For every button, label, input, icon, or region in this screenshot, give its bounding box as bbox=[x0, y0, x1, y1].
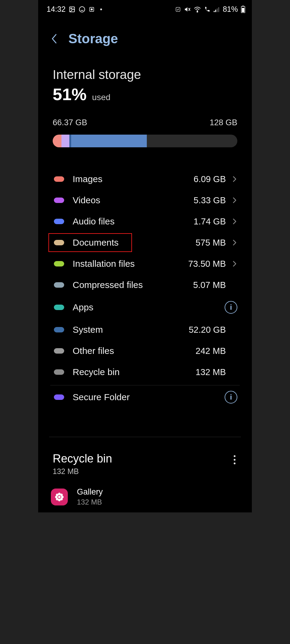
category-row-apps[interactable]: Appsi bbox=[50, 296, 240, 319]
svg-point-8 bbox=[197, 11, 198, 12]
category-row-secure[interactable]: Secure Folderi bbox=[50, 385, 240, 409]
total-amount: 128 GB bbox=[209, 118, 237, 127]
recycle-bin-section: Recycle bin 132 MB bbox=[38, 437, 252, 476]
overview-section: Internal storage 51% used 66.37 GB 128 G… bbox=[38, 49, 252, 147]
color-pill bbox=[54, 240, 64, 245]
category-row-compressed[interactable]: Compressed files5.07 MB bbox=[50, 274, 240, 296]
svg-rect-12 bbox=[218, 7, 219, 12]
category-row-images[interactable]: Images6.09 GB bbox=[50, 168, 240, 190]
progress-segment bbox=[71, 135, 147, 147]
whatsapp-icon bbox=[78, 6, 86, 13]
item-name: Gallery bbox=[77, 487, 103, 497]
usage-label: used bbox=[92, 93, 110, 102]
category-label: System bbox=[73, 325, 189, 335]
back-button[interactable] bbox=[50, 33, 58, 45]
progress-segment bbox=[53, 135, 61, 147]
svg-point-1 bbox=[71, 8, 72, 9]
app-icon bbox=[89, 6, 95, 12]
color-pill bbox=[54, 282, 64, 288]
battery-icon bbox=[241, 6, 245, 13]
svg-rect-5 bbox=[176, 7, 180, 11]
color-pill bbox=[54, 261, 64, 266]
category-label: Apps bbox=[73, 302, 225, 312]
color-pill bbox=[54, 219, 64, 224]
image-icon bbox=[69, 6, 75, 13]
category-size: 575 MB bbox=[196, 238, 226, 248]
wifi-icon bbox=[194, 6, 201, 12]
category-row-recycle[interactable]: Recycle bin132 MB bbox=[50, 361, 240, 383]
chevron-right-icon bbox=[232, 260, 237, 267]
used-amount: 66.37 GB bbox=[53, 118, 87, 127]
chevron-left-icon bbox=[50, 33, 58, 45]
category-row-audio[interactable]: Audio files1.74 GB bbox=[50, 211, 240, 232]
device-frame: 14:32 81% Storage Internal storage 51% u… bbox=[38, 0, 252, 512]
battery-percent: 81% bbox=[223, 5, 238, 14]
category-size: 52.20 GB bbox=[189, 325, 226, 335]
color-pill bbox=[54, 394, 64, 400]
chevron-right-icon bbox=[232, 218, 237, 225]
color-pill bbox=[54, 198, 64, 203]
color-pill bbox=[54, 176, 64, 182]
category-row-documents[interactable]: Documents575 MB bbox=[50, 232, 240, 253]
usage-row: 51% used bbox=[53, 84, 237, 104]
chevron-right-icon bbox=[232, 197, 237, 204]
category-label: Videos bbox=[73, 195, 194, 205]
svg-rect-9 bbox=[214, 11, 215, 12]
progress-segment bbox=[61, 135, 69, 147]
usage-percent: 51% bbox=[53, 84, 87, 104]
category-label: Secure Folder bbox=[73, 392, 225, 402]
category-label: Documents bbox=[73, 237, 196, 248]
category-size: 242 MB bbox=[196, 346, 226, 356]
svg-point-24 bbox=[60, 498, 63, 500]
category-size: 5.07 MB bbox=[193, 280, 226, 290]
svg-point-22 bbox=[60, 493, 63, 496]
recycle-bin-size: 132 MB bbox=[53, 467, 112, 476]
category-label: Recycle bin bbox=[73, 367, 196, 377]
category-label: Compressed files bbox=[73, 280, 193, 290]
category-label: Installation files bbox=[73, 259, 188, 269]
recycle-bin-header: Recycle bin 132 MB bbox=[53, 452, 112, 476]
category-row-install[interactable]: Installation files73.50 MB bbox=[50, 253, 240, 274]
svg-point-23 bbox=[56, 498, 59, 500]
recycle-bin-item[interactable]: Gallery132 MB bbox=[38, 476, 252, 512]
sync-icon bbox=[175, 6, 181, 12]
svg-point-2 bbox=[79, 7, 85, 12]
more-options-button[interactable] bbox=[232, 452, 237, 467]
category-list: Images6.09 GBVideos5.33 GBAudio files1.7… bbox=[38, 168, 252, 383]
page-title: Storage bbox=[68, 31, 118, 46]
svg-rect-15 bbox=[242, 8, 244, 12]
info-icon[interactable]: i bbox=[225, 391, 237, 404]
info-icon[interactable]: i bbox=[225, 301, 237, 314]
volte-icon bbox=[204, 6, 211, 13]
overview-title: Internal storage bbox=[53, 67, 237, 82]
svg-point-4 bbox=[91, 8, 92, 10]
color-pill bbox=[54, 369, 64, 375]
category-label: Audio files bbox=[73, 216, 194, 227]
svg-rect-10 bbox=[215, 10, 216, 12]
secure-folder-section: Secure Folderi bbox=[38, 385, 252, 409]
svg-point-16 bbox=[58, 495, 61, 498]
color-pill bbox=[54, 348, 64, 354]
category-label: Images bbox=[73, 174, 194, 184]
gallery-icon bbox=[51, 489, 68, 505]
category-size: 132 MB bbox=[196, 367, 226, 377]
category-row-other[interactable]: Other files242 MB bbox=[50, 340, 240, 361]
mute-icon bbox=[184, 6, 191, 13]
header: Storage bbox=[38, 17, 252, 49]
chevron-right-icon bbox=[232, 175, 237, 183]
signal-icon bbox=[214, 7, 220, 12]
color-pill bbox=[54, 305, 64, 310]
svg-rect-11 bbox=[217, 8, 218, 12]
category-row-system[interactable]: System52.20 GB bbox=[50, 319, 240, 340]
amounts-row: 66.37 GB 128 GB bbox=[53, 118, 237, 127]
clock: 14:32 bbox=[47, 5, 66, 14]
recycle-bin-items: Gallery132 MB bbox=[38, 476, 252, 512]
category-row-videos[interactable]: Videos5.33 GB bbox=[50, 190, 240, 211]
category-size: 73.50 MB bbox=[188, 259, 226, 269]
status-left: 14:32 bbox=[47, 5, 102, 14]
notification-dot bbox=[100, 8, 102, 10]
chevron-right-icon bbox=[232, 239, 237, 246]
status-bar: 14:32 81% bbox=[38, 0, 252, 17]
svg-point-21 bbox=[56, 493, 59, 496]
recycle-bin-title: Recycle bin bbox=[53, 452, 112, 465]
